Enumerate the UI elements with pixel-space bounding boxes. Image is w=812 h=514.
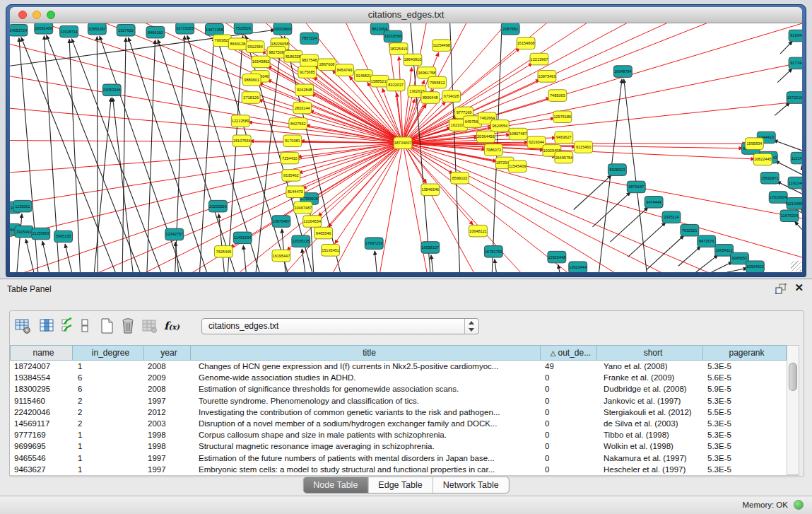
- table-cell[interactable]: Tibbo et al. (1998): [597, 429, 703, 440]
- table-cell[interactable]: 0: [541, 452, 597, 464]
- table-select-dropdown[interactable]: citations_edges.txt: [201, 318, 479, 334]
- table-cell[interactable]: 0: [541, 440, 597, 452]
- table-row[interactable]: 2242004622012Investigating the contribut…: [10, 407, 787, 418]
- table-mode-icon[interactable]: [14, 317, 31, 334]
- column-header-pagerank[interactable]: pagerank: [703, 345, 787, 361]
- window-resize-grip[interactable]: [791, 261, 801, 271]
- table-row[interactable]: 1830029562008Estimation of significance …: [10, 383, 787, 395]
- table-cell[interactable]: 5.3E-5: [703, 464, 787, 475]
- table-cell[interactable]: 22420046: [10, 407, 73, 418]
- table-cell[interactable]: 2: [73, 395, 144, 407]
- column-header-short[interactable]: short: [597, 345, 703, 361]
- table-cell[interactable]: 1: [73, 440, 144, 452]
- table-cell[interactable]: Stergiakouli et al. (2012): [597, 407, 703, 418]
- table-cell[interactable]: Investigating the contribution of common…: [191, 407, 541, 418]
- table-row[interactable]: 911546021997Tourette syndrome. Phenomeno…: [10, 395, 787, 407]
- table-cell[interactable]: 18300295: [10, 383, 73, 395]
- table-cell[interactable]: 1998: [144, 429, 191, 440]
- table-row[interactable]: 946554611997Estimation of the future num…: [10, 452, 787, 464]
- table-cell[interactable]: 1997: [144, 395, 191, 407]
- table-cell[interactable]: Franke et al. (2009): [597, 372, 703, 383]
- table-row[interactable]: 946362711997Embryonic stem cells: a mode…: [10, 464, 787, 475]
- table-cell[interactable]: Disruption of a novel member of a sodium…: [191, 418, 541, 429]
- table-cell[interactable]: 5.3E-5: [703, 395, 787, 407]
- import-table-icon[interactable]: [141, 317, 158, 334]
- table-cell[interactable]: 1: [73, 361, 144, 372]
- column-header-title[interactable]: title: [191, 345, 541, 361]
- tab-edge-table[interactable]: Edge Table: [367, 477, 432, 493]
- table-row[interactable]: 977716911998Corpus callosum shape and si…: [10, 429, 787, 440]
- column-header-in-degree[interactable]: in_degree: [73, 345, 144, 361]
- table-cell[interactable]: 1997: [144, 464, 191, 475]
- table-cell[interactable]: Genome-wide association studies in ADHD.: [191, 372, 541, 383]
- close-panel-icon[interactable]: ✕: [794, 281, 804, 294]
- table-cell[interactable]: 2003: [144, 418, 191, 429]
- table-cell[interactable]: 1998: [144, 440, 191, 452]
- function-builder-icon[interactable]: f(x): [164, 320, 180, 332]
- table-cell[interactable]: 2008: [144, 361, 191, 372]
- table-cell[interactable]: 5.3E-5: [703, 361, 787, 372]
- table-cell[interactable]: 9115460: [10, 395, 73, 407]
- table-row[interactable]: 1872400712008Changes of HCN gene express…: [10, 361, 787, 372]
- table-cell[interactable]: 2012: [144, 407, 191, 418]
- table-cell[interactable]: 18724007: [10, 361, 73, 372]
- show-columns-icon[interactable]: [38, 317, 55, 334]
- table-cell[interactable]: 19384554: [10, 372, 73, 383]
- table-cell[interactable]: 14569117: [10, 418, 73, 429]
- table-cell[interactable]: Yano et al. (2008): [597, 361, 703, 372]
- table-cell[interactable]: de Silva et al. (2003): [597, 418, 703, 429]
- table-cell[interactable]: 2: [73, 407, 144, 418]
- delete-table-icon[interactable]: [119, 317, 136, 334]
- table-cell[interactable]: Nakamura et al. (1997): [597, 452, 703, 464]
- table-cell[interactable]: 5.6E-5: [703, 372, 787, 383]
- table-scrollbar-thumb[interactable]: [789, 363, 797, 391]
- table-cell[interactable]: Structural magnetic resonance image aver…: [191, 440, 541, 452]
- tab-network-table[interactable]: Network Table: [433, 477, 509, 493]
- table-cell[interactable]: 2008: [144, 383, 191, 395]
- table-cell[interactable]: 5.3E-5: [703, 429, 787, 440]
- table-cell[interactable]: 9465546: [10, 452, 73, 464]
- table-row[interactable]: 969969511998Structural magnetic resonanc…: [10, 440, 787, 452]
- table-cell[interactable]: 5.3E-5: [703, 418, 787, 429]
- table-cell[interactable]: Wolkin et al. (1998): [597, 440, 703, 452]
- new-table-icon[interactable]: [98, 317, 115, 334]
- table-cell[interactable]: Jankovic et al. (1997): [597, 395, 703, 407]
- table-cell[interactable]: Embryonic stem cells: a model to study s…: [191, 464, 541, 475]
- table-cell[interactable]: 0: [541, 395, 597, 407]
- table-cell[interactable]: Tourette syndrome. Phenomenology and cla…: [191, 395, 541, 407]
- table-cell[interactable]: 0: [541, 407, 597, 418]
- column-header-name[interactable]: name: [10, 345, 73, 361]
- table-cell[interactable]: 0: [541, 464, 597, 475]
- table-cell[interactable]: 2: [73, 418, 144, 429]
- table-row[interactable]: 1456911722003Disruption of a novel membe…: [10, 418, 787, 429]
- network-canvas[interactable]: 2405572420691406219187141065528715276028…: [10, 23, 802, 272]
- column-header-year[interactable]: year: [144, 345, 191, 361]
- table-cell[interactable]: 0: [541, 383, 597, 395]
- table-cell[interactable]: Estimation of significance thresholds fo…: [191, 383, 541, 395]
- table-scrollbar[interactable]: [787, 345, 799, 475]
- table-cell[interactable]: Changes of HCN gene expression and I(f) …: [191, 361, 541, 372]
- table-cell[interactable]: Estimation of the future numbers of pati…: [191, 452, 541, 464]
- table-cell[interactable]: 5.5E-5: [703, 407, 787, 418]
- table-cell[interactable]: 9777169: [10, 429, 73, 440]
- create-column-icon[interactable]: [61, 317, 73, 334]
- table-cell[interactable]: 1: [73, 464, 144, 475]
- table-cell[interactable]: 2009: [144, 372, 191, 383]
- table-cell[interactable]: Dudbridge et al. (2008): [597, 383, 703, 395]
- table-cell[interactable]: 5.9E-5: [703, 383, 787, 395]
- table-cell[interactable]: 1997: [144, 452, 191, 464]
- row-height-icon[interactable]: [81, 317, 89, 334]
- column-header-out-degree[interactable]: △out_de...: [541, 345, 597, 361]
- tab-node-table[interactable]: Node Table: [303, 477, 367, 493]
- table-cell[interactable]: 5.3E-5: [703, 452, 787, 464]
- table-cell[interactable]: 0: [541, 429, 597, 440]
- table-cell[interactable]: 1: [73, 452, 144, 464]
- table-cell[interactable]: 0: [541, 418, 597, 429]
- network-window-titlebar[interactable]: citations_edges.txt: [10, 7, 802, 23]
- table-cell[interactable]: 9463627: [10, 464, 73, 475]
- table-cell[interactable]: 0: [541, 372, 597, 383]
- table-cell[interactable]: Hescheler et al. (1997): [597, 464, 703, 475]
- table-cell[interactable]: 1: [73, 429, 144, 440]
- table-cell[interactable]: 6: [73, 383, 144, 395]
- float-panel-icon[interactable]: [775, 284, 787, 294]
